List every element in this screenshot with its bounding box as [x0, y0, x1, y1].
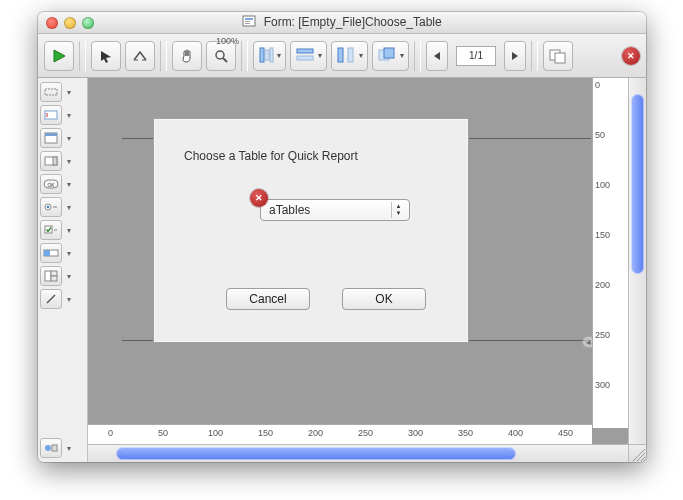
run-button[interactable]	[44, 41, 74, 71]
svg-rect-8	[260, 48, 264, 62]
combo-tool[interactable]	[40, 151, 62, 171]
object-palette: ▾ ▾ ▾ ▾ OK▾ ▾ ▾ ▾ ▾ ▾ ▾	[38, 78, 88, 462]
content: ▾ ▾ ▾ ▾ OK▾ ▾ ▾ ▾ ▾ ▾ ▾ Choose a Table f…	[38, 78, 646, 462]
progress-tool[interactable]	[40, 243, 62, 263]
chevron-down-icon[interactable]: ▾	[64, 82, 74, 102]
dialog-inner: Choose a Table for Quick Report ✕ aTable…	[156, 121, 450, 324]
chevron-down-icon[interactable]: ▾	[359, 51, 363, 60]
ruler-tick: 100	[208, 428, 223, 438]
zoom-icon[interactable]	[82, 17, 94, 29]
hand-tool[interactable]	[172, 41, 202, 71]
chevron-down-icon[interactable]: ▾	[64, 220, 74, 240]
svg-line-44	[637, 453, 645, 461]
chevron-down-icon[interactable]: ▾	[64, 289, 74, 309]
svg-rect-39	[51, 276, 57, 281]
svg-rect-38	[51, 271, 57, 276]
minimize-icon[interactable]	[64, 17, 76, 29]
error-badge-icon[interactable]: ✕	[622, 47, 640, 65]
prev-page-button[interactable]	[426, 41, 448, 71]
svg-rect-13	[338, 48, 343, 62]
vertical-scrollbar[interactable]	[628, 78, 646, 444]
svg-rect-36	[44, 250, 50, 256]
resize-corner[interactable]	[628, 444, 646, 462]
ruler-tick: 300	[408, 428, 423, 438]
tables-combobox[interactable]: aTables ▲▼	[260, 199, 410, 221]
svg-line-45	[641, 457, 645, 461]
svg-marker-18	[512, 52, 518, 60]
ruler-tick: 400	[508, 428, 523, 438]
plugin-tool[interactable]	[40, 438, 62, 458]
ruler-tick: 150	[258, 428, 273, 438]
scroll-thumb[interactable]	[116, 447, 516, 460]
stepper-tool[interactable]	[40, 266, 62, 286]
list-tool[interactable]	[40, 128, 62, 148]
form-dialog[interactable]: Choose a Table for Quick Report ✕ aTable…	[153, 118, 469, 343]
svg-line-40	[47, 295, 55, 303]
window-title-text: Form: [Empty_File]Choose_Table	[264, 15, 442, 29]
chevron-down-icon[interactable]: ▾	[64, 197, 74, 217]
svg-rect-2	[245, 21, 250, 22]
chevron-down-icon[interactable]: ▾	[64, 266, 74, 286]
text-input-tool[interactable]	[40, 105, 62, 125]
ok-button[interactable]: OK	[342, 288, 426, 310]
chevron-down-icon[interactable]: ▾	[64, 243, 74, 263]
chevron-down-icon[interactable]: ▾	[277, 51, 281, 60]
vertical-ruler: 0 50 100 150 200 250 300	[592, 78, 628, 428]
next-page-button[interactable]	[504, 41, 526, 71]
shape-tool[interactable]	[40, 289, 62, 309]
svg-rect-27	[53, 157, 57, 165]
titlebar: Form: [Empty_File]Choose_Table	[38, 12, 646, 34]
chevron-down-icon[interactable]: ▾	[400, 51, 404, 60]
zoom-level-label: 100%	[216, 36, 239, 46]
ruler-tick: 250	[358, 428, 373, 438]
dialog-prompt: Choose a Table for Quick Report	[184, 149, 358, 163]
stepper-arrows-icon[interactable]: ▲▼	[391, 202, 405, 218]
scroll-thumb[interactable]	[631, 94, 644, 274]
cancel-button[interactable]: Cancel	[226, 288, 310, 310]
svg-rect-12	[297, 56, 313, 60]
chevron-down-icon[interactable]: ▾	[318, 51, 322, 60]
views-button[interactable]	[543, 41, 573, 71]
chevron-down-icon[interactable]: ▾	[64, 151, 74, 171]
ruler-tick: 0	[108, 428, 113, 438]
align-group: ▾	[253, 41, 286, 71]
close-icon[interactable]	[46, 17, 58, 29]
checkbox-tool[interactable]	[40, 220, 62, 240]
svg-marker-4	[54, 50, 65, 62]
form-editor-window: Form: [Empty_File]Choose_Table 100% ▾ ▾	[38, 12, 646, 462]
svg-rect-14	[348, 48, 353, 62]
chevron-down-icon[interactable]: ▾	[64, 438, 74, 458]
radio-tool[interactable]	[40, 197, 62, 217]
ruler-tick: 150	[595, 230, 610, 240]
chevron-down-icon[interactable]: ▾	[64, 174, 74, 194]
level-icon[interactable]	[377, 46, 397, 66]
horizontal-scrollbar[interactable]	[88, 444, 628, 462]
svg-rect-33	[45, 226, 52, 233]
ruler-tick: 200	[595, 280, 610, 290]
chevron-down-icon[interactable]: ▾	[64, 128, 74, 148]
align-left-icon[interactable]	[258, 45, 274, 67]
entry-order-tool[interactable]	[125, 41, 155, 71]
ruler-tick: 0	[595, 80, 600, 90]
svg-rect-1	[245, 18, 253, 20]
toolbar: 100% ▾ ▾ ▾ ▾ 1/1 ✕	[38, 34, 646, 78]
separator	[160, 41, 167, 71]
svg-rect-10	[270, 48, 273, 62]
button-tool[interactable]: OK	[40, 174, 62, 194]
page-indicator[interactable]: 1/1	[456, 46, 496, 66]
svg-rect-20	[555, 53, 565, 63]
error-badge-icon[interactable]: ✕	[250, 189, 268, 207]
distribute-icon[interactable]	[295, 46, 315, 66]
selection-tool[interactable]	[40, 82, 62, 102]
form-icon	[242, 14, 256, 31]
window-controls	[46, 17, 94, 29]
svg-rect-9	[265, 50, 269, 60]
spacing-icon[interactable]	[336, 46, 356, 66]
chevron-down-icon[interactable]: ▾	[64, 105, 74, 125]
pointer-tool[interactable]	[91, 41, 121, 71]
separator	[531, 41, 538, 71]
canvas[interactable]: Choose a Table for Quick Report ✕ aTable…	[88, 78, 646, 462]
ruler-tick: 250	[595, 330, 610, 340]
ruler-tick: 200	[308, 428, 323, 438]
svg-rect-0	[243, 16, 255, 26]
